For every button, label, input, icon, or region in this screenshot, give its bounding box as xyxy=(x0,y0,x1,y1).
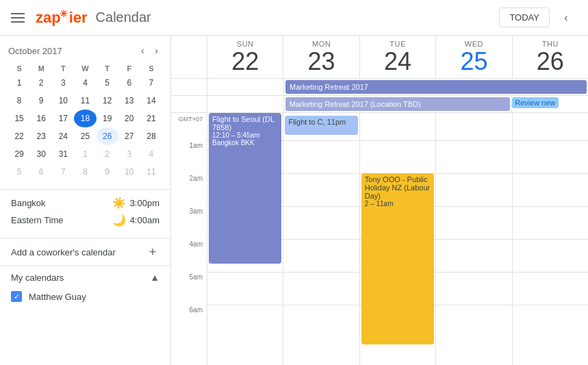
my-calendars-section: My calendars ▲ Matthew Guay xyxy=(0,266,170,310)
cal-week: 5 6 7 8 9 10 11 xyxy=(8,163,162,181)
flight-to-c-event[interactable]: Flight to C, 11pm xyxy=(285,116,357,135)
grid-col-tue[interactable]: Tony OOO - Public Holiday NZ (Labour Day… xyxy=(359,113,435,365)
header: zap✳ier Calendar TODAY ‹ xyxy=(0,0,588,36)
mini-cal-prev[interactable]: ‹ xyxy=(137,44,149,58)
cal-day[interactable]: 1 xyxy=(8,74,30,92)
weekday-tue: T xyxy=(52,63,74,74)
calendar-item-matthew[interactable]: Matthew Guay xyxy=(11,288,159,305)
hour-line xyxy=(513,239,588,240)
grid-col-thu[interactable] xyxy=(512,113,588,365)
cal-day[interactable]: 14 xyxy=(140,92,162,110)
cal-day[interactable]: 25 xyxy=(74,127,96,145)
cal-day-next-month[interactable]: 1 xyxy=(74,145,96,163)
time-label-4am: 4am xyxy=(171,239,207,272)
cal-day[interactable]: 27 xyxy=(118,127,140,145)
day-header-sun[interactable]: Sun 22 xyxy=(207,36,283,78)
cal-day[interactable]: 6 xyxy=(118,74,140,92)
mini-cal-next[interactable]: › xyxy=(151,44,162,58)
hour-line xyxy=(207,272,283,273)
timezone-eastern-time: 4:00am xyxy=(130,215,159,225)
cal-day-next-month[interactable]: 6 xyxy=(30,163,52,181)
flight-seoul-event[interactable]: Flight to Seoul (DL 7858) 12:10 – 5:45am… xyxy=(209,113,281,264)
cal-day[interactable]: 3 xyxy=(52,74,74,92)
allday-row-1: Marketing Retreat 2017 xyxy=(171,79,588,96)
cal-day[interactable]: 9 xyxy=(30,92,52,110)
nav-back-button[interactable]: ‹ xyxy=(555,7,577,29)
cal-day-next-month[interactable]: 10 xyxy=(118,163,140,181)
cal-day-next-month[interactable]: 9 xyxy=(97,163,118,181)
cal-day[interactable]: 22 xyxy=(8,127,30,145)
logo: zap✳ier xyxy=(36,9,88,27)
cal-day-next-month[interactable]: 3 xyxy=(118,145,140,163)
weekday-mon: M xyxy=(30,63,52,74)
cal-day-today[interactable]: 18 xyxy=(74,110,96,127)
cal-day[interactable]: 20 xyxy=(118,110,140,127)
add-coworker-label: Add a coworker's calendar xyxy=(11,247,116,257)
add-coworker-plus[interactable]: + xyxy=(146,245,159,259)
allday-label xyxy=(171,79,207,95)
time-label-2am: 2am xyxy=(171,173,207,206)
cal-day[interactable]: 16 xyxy=(30,110,52,127)
add-coworker-button[interactable]: Add a coworker's calendar + xyxy=(0,238,170,266)
cal-day-next-month[interactable]: 7 xyxy=(52,163,74,181)
cal-day-next-month[interactable]: 8 xyxy=(74,163,96,181)
grid-col-sun[interactable]: Flight to Seoul (DL 7858) 12:10 – 5:45am… xyxy=(207,113,283,365)
cal-day-next-month[interactable]: 5 xyxy=(8,163,30,181)
cal-day[interactable]: 5 xyxy=(97,74,118,92)
cal-day[interactable]: 12 xyxy=(97,92,118,110)
day-header-wed[interactable]: Wed 25 xyxy=(435,36,511,78)
marketing-retreat-event[interactable]: Marketing Retreat 2017 xyxy=(285,80,587,94)
cal-day-next-month[interactable]: 2 xyxy=(97,145,118,163)
cal-day[interactable]: 30 xyxy=(30,145,52,163)
weekday-fri: F xyxy=(118,63,140,74)
marketing-retreat-location-event[interactable]: Marketing Retreat 2017 (Location TBD) xyxy=(285,97,510,111)
cal-day[interactable]: 23 xyxy=(30,127,52,145)
day-header-mon[interactable]: Mon 23 xyxy=(283,36,359,78)
allday-cells-2: Marketing Retreat 2017 (Location TBD) Re… xyxy=(207,96,588,112)
menu-button[interactable] xyxy=(11,13,25,23)
cal-day[interactable]: 31 xyxy=(52,145,74,163)
review-new-event[interactable]: Review new xyxy=(512,97,558,108)
day-num-thu: 26 xyxy=(515,48,585,75)
cal-day[interactable]: 19 xyxy=(97,110,118,127)
grid-col-mon[interactable]: Flight to C, 11pm xyxy=(283,113,359,365)
cal-day[interactable]: 8 xyxy=(8,92,30,110)
cal-day[interactable]: 10 xyxy=(52,92,74,110)
day-header-tue[interactable]: Tue 24 xyxy=(359,36,435,78)
hour-line xyxy=(283,239,359,240)
cal-day[interactable]: 24 xyxy=(52,127,74,145)
hour-line xyxy=(513,305,588,305)
today-button[interactable]: TODAY xyxy=(499,8,550,27)
time-label-3am: 3am xyxy=(171,206,207,239)
allday-cell-mon-thu: Marketing Retreat 2017 xyxy=(283,79,588,95)
hour-line xyxy=(283,173,359,174)
day-num-sun: 22 xyxy=(210,48,280,75)
mini-cal-nav-buttons: ‹ › xyxy=(137,44,162,58)
cal-day[interactable]: 15 xyxy=(8,110,30,127)
hour-line xyxy=(513,206,588,207)
calendar-checkbox[interactable] xyxy=(11,291,22,302)
cal-day[interactable]: 11 xyxy=(74,92,96,110)
day-header-thu[interactable]: Thu 26 xyxy=(512,36,588,78)
cal-day[interactable]: 28 xyxy=(140,127,162,145)
cal-week: 29 30 31 1 2 3 4 xyxy=(8,145,162,163)
allday-cell-sun xyxy=(207,79,283,95)
time-label-gmt: GMT+07 xyxy=(171,113,207,140)
cal-day-next-month[interactable]: 4 xyxy=(140,145,162,163)
calendar-name: Matthew Guay xyxy=(29,292,86,302)
cal-day[interactable]: 13 xyxy=(118,92,140,110)
cal-day[interactable]: 21 xyxy=(140,110,162,127)
cal-day[interactable]: 29 xyxy=(8,145,30,163)
cal-day[interactable]: 2 xyxy=(30,74,52,92)
day-num-tue: 24 xyxy=(363,48,433,75)
cal-day[interactable]: 4 xyxy=(74,74,96,92)
chevron-up-icon[interactable]: ▲ xyxy=(150,272,159,283)
cal-day-next-month[interactable]: 11 xyxy=(140,163,162,181)
cal-day[interactable]: 17 xyxy=(52,110,74,127)
cal-week: 1 2 3 4 5 6 7 xyxy=(8,74,162,92)
cal-day-selected[interactable]: 26 xyxy=(97,127,118,145)
hour-line xyxy=(513,140,588,141)
grid-col-wed[interactable] xyxy=(435,113,511,365)
tony-ooo-event[interactable]: Tony OOO - Public Holiday NZ (Labour Day… xyxy=(361,173,434,344)
cal-day[interactable]: 7 xyxy=(140,74,162,92)
